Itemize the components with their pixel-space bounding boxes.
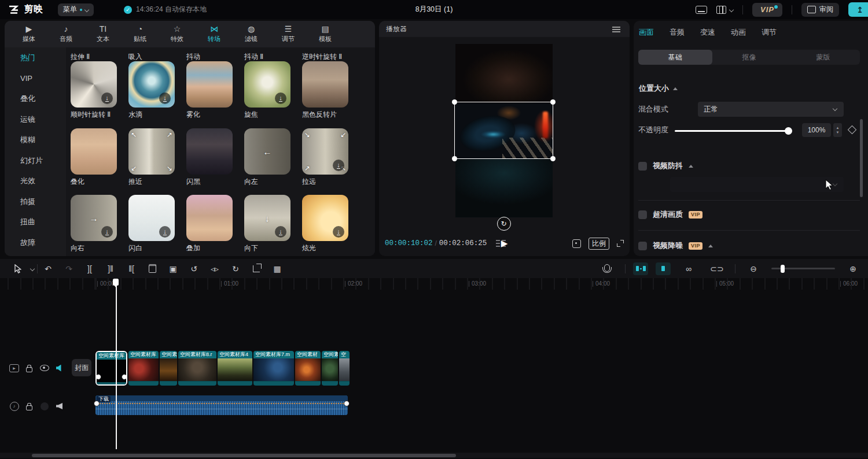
inspector-tab-音频[interactable]: 音频 xyxy=(670,27,685,38)
tab-templates[interactable]: ▤模板 xyxy=(309,21,341,47)
category-光效[interactable]: 光效 xyxy=(5,171,66,191)
tab-effects[interactable]: ☆特效 xyxy=(161,21,193,47)
record-voice-icon[interactable] xyxy=(597,265,617,272)
inspector-scrollbar[interactable] xyxy=(860,119,863,197)
transition-item[interactable]: 叠加 xyxy=(186,195,244,253)
clip[interactable]: 空间素材库4 xyxy=(218,351,252,386)
preview-canvas[interactable]: ↻ xyxy=(455,44,553,217)
inspector-tab-画面[interactable]: 画面 xyxy=(639,27,654,38)
resize-handle-bl[interactable] xyxy=(452,156,457,161)
category-VIP[interactable]: VIP xyxy=(5,68,66,89)
blend-mode-select[interactable]: 正常 xyxy=(698,102,844,117)
hidden-icon[interactable] xyxy=(39,401,49,411)
rotate-handle[interactable]: ↻ xyxy=(497,217,511,231)
category-故障[interactable]: 故障 xyxy=(5,232,66,253)
shortcut-keyboard-icon[interactable] xyxy=(696,6,707,14)
transition-thumbnail[interactable]: ← xyxy=(244,128,290,175)
transition-item[interactable]: ↘↙↗↖↓拉远 xyxy=(302,128,360,187)
mirror-icon[interactable]: ◃▹ xyxy=(204,264,225,273)
transition-thumbnail[interactable]: ↘↙↗↖↓ xyxy=(302,128,348,175)
reverse-icon[interactable]: ↺ xyxy=(183,264,204,273)
clip[interactable]: 空间素材库7.m xyxy=(253,351,294,386)
resize-handle-br[interactable] xyxy=(550,156,556,161)
play-button[interactable]: ▶ xyxy=(501,238,508,249)
transition-item[interactable]: ↖↗↙↘推近 xyxy=(128,128,186,187)
player-menu-icon[interactable] xyxy=(612,29,620,30)
inspector-tab-调节[interactable]: 调节 xyxy=(762,27,777,38)
freeze-frame-icon[interactable]: ▣ xyxy=(163,264,183,273)
audio-clip[interactable]: 下载 xyxy=(95,395,348,415)
transition-item[interactable]: ↓↓向下 xyxy=(244,195,302,253)
clip[interactable]: 空间素材库 xyxy=(95,351,127,386)
unlink-clips-icon[interactable]: ⊂⊃ xyxy=(707,264,727,273)
timeline-scrollbar[interactable] xyxy=(32,454,456,457)
inspector-subtab-蒙版[interactable]: 蒙版 xyxy=(786,50,860,65)
transition-item[interactable]: 雾化 xyxy=(186,61,244,120)
audio-track-icon[interactable]: ♪ xyxy=(9,401,19,411)
chevron-down-icon[interactable] xyxy=(28,267,37,271)
vip-button[interactable]: VIP xyxy=(752,3,782,17)
transition-item[interactable]: ↓炫光 xyxy=(302,195,360,253)
layout-switch-button[interactable] xyxy=(716,6,733,14)
resize-handle-tl[interactable] xyxy=(452,99,457,105)
video-track-icon[interactable]: ▶ xyxy=(9,363,19,373)
cover-button[interactable]: 封面 xyxy=(72,359,91,376)
transition-item[interactable]: 闪黑 xyxy=(186,128,244,187)
trim-left-icon[interactable]: ]‖ xyxy=(100,264,121,273)
stabilize-level-select[interactable] xyxy=(670,177,844,192)
split-icon[interactable]: ][ xyxy=(79,264,100,273)
inspector-tab-动画[interactable]: 动画 xyxy=(731,27,746,38)
category-热门[interactable]: 热门 xyxy=(5,47,66,68)
rotate-icon[interactable]: ↻ xyxy=(225,264,246,273)
transition-thumbnail[interactable]: ↓ xyxy=(128,61,175,108)
clip[interactable]: 空 xyxy=(339,351,350,386)
playhead-handle[interactable] xyxy=(113,279,119,286)
timeline-ruler[interactable]: 00:0001:0002:0003:0004:0005:0006:00 xyxy=(0,278,868,290)
undo-icon[interactable]: ↶ xyxy=(38,264,58,273)
audio-keyframe-handle-right[interactable] xyxy=(344,401,350,406)
review-button[interactable]: 审阅 xyxy=(801,3,839,17)
transition-item[interactable]: 黑色反转片 xyxy=(302,61,360,120)
link-clips-icon[interactable]: ∞ xyxy=(678,264,699,273)
timeline-zoom-slider[interactable] xyxy=(771,268,835,269)
zoom-slider-handle[interactable] xyxy=(781,265,785,273)
clip[interactable]: 空间素材库 xyxy=(128,351,159,386)
lock-icon[interactable] xyxy=(24,401,34,411)
category-拍摄[interactable]: 拍摄 xyxy=(5,191,66,212)
transition-thumbnail[interactable]: ↓↓ xyxy=(244,195,290,241)
clip-handle-left[interactable] xyxy=(95,374,101,380)
tab-text[interactable]: TI文本 xyxy=(87,21,119,47)
transition-item[interactable]: ↓顺时针旋转 Ⅱ xyxy=(71,61,128,120)
transition-thumbnail[interactable]: ↓ xyxy=(302,195,348,241)
extract-audio-icon[interactable]: ▦ xyxy=(267,264,288,273)
category-扭曲[interactable]: 扭曲 xyxy=(5,212,66,232)
transition-thumbnail[interactable] xyxy=(186,61,233,108)
opacity-value[interactable]: 100% xyxy=(802,123,831,137)
crop-icon[interactable] xyxy=(246,265,267,272)
transition-thumbnail[interactable] xyxy=(71,128,117,175)
transition-item[interactable]: 叠化 xyxy=(71,128,128,187)
menu-button[interactable]: 菜单 xyxy=(58,3,94,16)
transition-thumbnail[interactable]: ↓ xyxy=(71,61,117,108)
tab-adjust[interactable]: ☰调节 xyxy=(272,21,304,47)
tab-media[interactable]: ▶媒体 xyxy=(13,21,45,47)
inspector-subtab-抠像[interactable]: 抠像 xyxy=(712,50,786,65)
tab-sticker[interactable]: ◔贴纸 xyxy=(124,21,156,47)
category-幻灯片[interactable]: 幻灯片 xyxy=(5,150,66,171)
transition-item[interactable]: ↓闪白 xyxy=(128,195,186,253)
timeline-zoom-out-icon[interactable]: ⊖ xyxy=(743,264,764,273)
transition-item[interactable]: ↓水滴 xyxy=(128,61,186,120)
eye-icon[interactable] xyxy=(39,363,49,373)
timeline-zoom-in-icon[interactable]: ⊕ xyxy=(843,264,863,273)
clip[interactable]: 空间素材库8.r xyxy=(178,351,216,386)
clip[interactable]: 空间素 xyxy=(322,351,338,386)
opacity-slider[interactable] xyxy=(675,130,789,132)
category-运镜[interactable]: 运镜 xyxy=(5,109,66,130)
ratio-button[interactable]: 比例 xyxy=(589,238,609,250)
tab-transitions[interactable]: ⋈转场 xyxy=(198,21,230,47)
tab-audio[interactable]: ♪音频 xyxy=(50,21,82,47)
transition-item[interactable]: ←向左 xyxy=(244,128,302,187)
inspector-tab-变速[interactable]: 变速 xyxy=(700,27,715,38)
transition-thumbnail[interactable] xyxy=(302,61,348,108)
transition-thumbnail[interactable]: ↓ xyxy=(128,195,175,241)
